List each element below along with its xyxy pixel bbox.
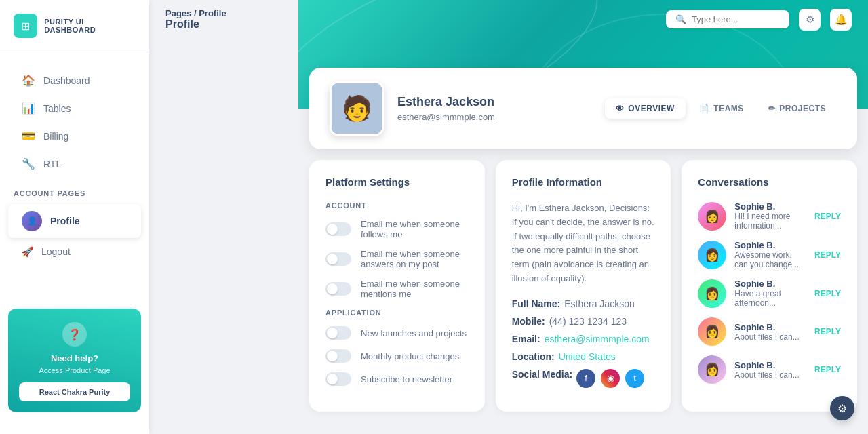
tab-projects[interactable]: ✏ PROJECTS	[757, 98, 837, 119]
conv-name: Sophie B.	[734, 240, 806, 250]
mobile-label: Mobile:	[512, 316, 545, 327]
settings-fab[interactable]: ⚙	[830, 396, 854, 420]
settings-icon-btn[interactable]: ⚙	[799, 9, 821, 31]
conversations-card: Conversations 👩 Sophie B. Hi! I need mor…	[682, 160, 857, 412]
conv-msg: About files I can...	[734, 370, 806, 380]
setting-monthly: Monthly product changes	[326, 349, 469, 363]
email-label: Email:	[512, 334, 540, 344]
sidebar-nav: 🏠 Dashboard 📊 Tables 💳 Billing 🔧 RTL ACC…	[0, 52, 149, 300]
breadcrumb-area: Pages / Profile Profile	[165, 8, 226, 31]
home-icon: 🏠	[22, 74, 35, 87]
conv-avatar: 👩	[698, 202, 726, 231]
toggle-newsletter[interactable]	[326, 372, 351, 386]
email-value: esthera@simmmple.com	[545, 334, 650, 344]
setting-monthly-label: Monthly product changes	[361, 351, 459, 361]
topbar: Pages / Profile Profile 🔍 ⚙ 🔔	[149, 0, 868, 39]
conv-info: Sophie B. Awesome work, can you change..…	[734, 240, 806, 269]
teams-icon: 📄	[699, 104, 710, 113]
search-input[interactable]	[692, 14, 780, 24]
profile-name: Esthera Jackson	[397, 95, 591, 109]
help-title: Need help?	[19, 353, 130, 363]
setting-newsletter-label: Subscribe to newsletter	[361, 374, 452, 384]
search-icon: 🔍	[675, 14, 686, 24]
sidebar: ⊞ PURITY UI DASHBOARD 🏠 Dashboard 📊 Tabl…	[0, 0, 149, 434]
sidebar-item-rtl[interactable]: 🔧 RTL	[8, 151, 141, 177]
conv-avatar-img: 👩	[698, 279, 726, 308]
breadcrumb-pages: Pages	[165, 8, 191, 18]
sidebar-item-profile[interactable]: 👤 Profile	[8, 204, 141, 238]
setting-newsletter: Subscribe to newsletter	[326, 372, 469, 386]
sidebar-item-logout[interactable]: 🚀 Logout	[8, 239, 141, 264]
conversation-item: 👩 Sophie B. About files I can... REPLY	[698, 355, 841, 384]
social-icons: f ◉ t	[576, 369, 644, 388]
setting-mentions-label: Email me when someone mentions me	[361, 279, 469, 299]
twitter-icon[interactable]: t	[625, 369, 644, 388]
notifications-icon-btn[interactable]: 🔔	[830, 9, 852, 31]
breadcrumb: Pages / Profile	[165, 8, 226, 18]
profile-avatar: 🧑	[330, 81, 384, 136]
reply-button[interactable]: REPLY	[814, 365, 841, 374]
conv-name: Sophie B.	[734, 279, 806, 289]
platform-settings-card: Platform Settings ACCOUNT Email me when …	[309, 160, 485, 412]
conversations-title: Conversations	[698, 176, 841, 188]
toggle-monthly[interactable]	[326, 349, 351, 363]
conv-info: Sophie B. Have a great afternoon...	[734, 279, 806, 308]
setting-follows: Email me when someone follows me	[326, 219, 469, 239]
sidebar-logo: ⊞ PURITY UI DASHBOARD	[0, 14, 149, 52]
instagram-icon[interactable]: ◉	[601, 369, 620, 388]
conversation-item: 👩 Sophie B. About files I can... REPLY	[698, 317, 841, 346]
toggle-answers[interactable]	[326, 252, 351, 266]
location-value: United States	[559, 351, 616, 362]
sidebar-item-billing[interactable]: 💳 Billing	[8, 123, 141, 149]
setting-answers: Email me when someone answers on my post	[326, 249, 469, 269]
logo-icon: ⊞	[14, 14, 37, 38]
conversation-item: 👩 Sophie B. Hi! I need more information.…	[698, 201, 841, 231]
conv-info: Sophie B. About files I can...	[734, 360, 806, 380]
conversation-item: 👩 Sophie B. Awesome work, can you change…	[698, 240, 841, 269]
reply-button[interactable]: REPLY	[814, 212, 841, 221]
help-icon: ❓	[62, 322, 87, 347]
location-label: Location:	[512, 351, 555, 362]
profile-info: Esthera Jackson esthera@simmmple.com	[397, 95, 591, 122]
conv-avatar: 👩	[698, 317, 726, 346]
conv-name: Sophie B.	[734, 322, 806, 332]
fullname-value: Esthera Jackson	[564, 298, 635, 309]
conv-msg: About files I can...	[734, 332, 806, 342]
overview-icon: 👁	[616, 104, 625, 113]
help-box: ❓ Need help? Access Product Page React C…	[8, 309, 141, 412]
help-subtitle: Access Product Page	[19, 366, 130, 374]
sidebar-item-dashboard[interactable]: 🏠 Dashboard	[8, 67, 141, 94]
conv-avatar: 👩	[698, 355, 726, 384]
conv-avatar-img: 👩	[698, 317, 726, 346]
sidebar-item-tables[interactable]: 📊 Tables	[8, 95, 141, 121]
toggle-launches[interactable]	[326, 326, 351, 340]
search-box: 🔍	[666, 10, 789, 28]
conv-name: Sophie B.	[734, 360, 806, 370]
toggle-follows[interactable]	[326, 222, 351, 236]
avatar-image: 🧑	[332, 83, 382, 134]
reply-button[interactable]: REPLY	[814, 250, 841, 260]
help-button[interactable]: React Chakra Purity	[19, 382, 130, 401]
fullname-label: Full Name:	[512, 298, 561, 309]
setting-answers-label: Email me when someone answers on my post	[361, 249, 469, 269]
conv-avatar: 👩	[698, 241, 726, 269]
info-location: Location: United States	[512, 351, 655, 362]
sidebar-logout-label: Logout	[41, 246, 71, 257]
tab-overview[interactable]: 👁 OVERVIEW	[605, 98, 686, 119]
profile-card: 🧑 Esthera Jackson esthera@simmmple.com 👁…	[309, 68, 857, 149]
profile-bio: Hi, I'm Esthera Jackson, Decisions: If y…	[512, 201, 655, 286]
conv-avatar-img: 👩	[698, 202, 726, 231]
conv-avatar-img: 👩	[698, 355, 726, 384]
reply-button[interactable]: REPLY	[814, 327, 841, 336]
account-section-label: ACCOUNT PAGES	[0, 178, 149, 203]
logout-icon: 🚀	[22, 246, 33, 257]
account-section: ACCOUNT	[326, 201, 469, 210]
reply-button[interactable]: REPLY	[814, 289, 841, 298]
info-email: Email: esthera@simmmple.com	[512, 334, 655, 344]
facebook-icon[interactable]: f	[576, 369, 595, 388]
toggle-mentions[interactable]	[326, 282, 351, 296]
sidebar-profile-label: Profile	[50, 216, 80, 226]
tab-teams[interactable]: 📄 TEAMS	[688, 98, 755, 119]
profile-information-card: Profile Information Hi, I'm Esthera Jack…	[496, 160, 671, 412]
page-title: Profile	[165, 18, 226, 31]
